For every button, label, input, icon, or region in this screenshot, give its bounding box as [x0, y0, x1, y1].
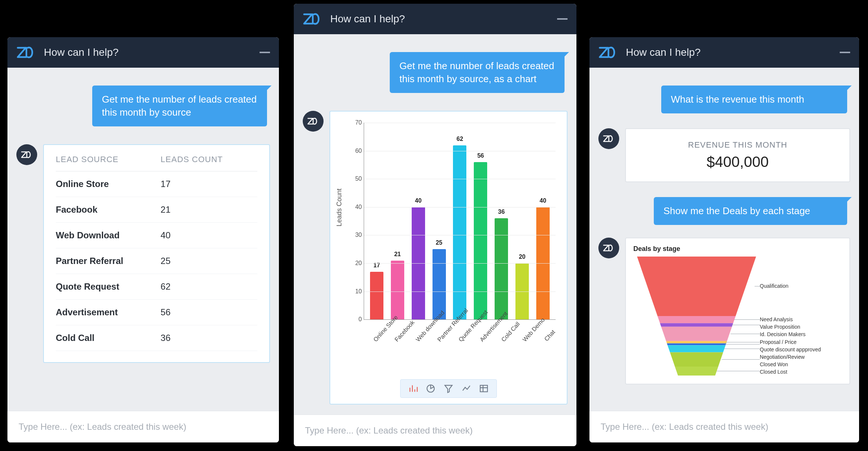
legend-item: Negotiation/Review — [760, 354, 805, 360]
cell-count: 62 — [161, 274, 257, 300]
legend-item: Closed Won — [760, 361, 788, 367]
line-chart-icon[interactable] — [460, 383, 472, 394]
bar-value: 25 — [436, 239, 443, 246]
funnel-stage — [666, 341, 727, 343]
cell-count: 25 — [161, 248, 257, 274]
chat-input[interactable] — [19, 422, 268, 432]
y-axis-label: Leads Count — [335, 189, 343, 226]
funnel-legend: QualificationNeed AnalysisValue Proposit… — [760, 257, 842, 376]
bar: 56 — [474, 162, 487, 319]
bot-response-row: Deals by stage QualificationNeed Analysi… — [598, 238, 850, 384]
funnel-stage — [667, 344, 726, 345]
chat-body: Get me the number of leads created this … — [7, 68, 279, 411]
chat-panel-revenue: How can I help? What is the revenue this… — [589, 37, 859, 442]
zia-logo-icon — [303, 11, 323, 27]
funnel-card: Deals by stage QualificationNeed Analysi… — [625, 238, 850, 384]
legend-item: Id. Decision Makers — [760, 331, 806, 337]
bot-avatar — [16, 144, 37, 165]
bot-response-row: REVENUE THIS MONTH $400,000 — [598, 128, 850, 182]
cell-source: Online Store — [56, 171, 161, 197]
bar: 25 — [433, 249, 446, 319]
chat-input-bar — [589, 411, 859, 442]
y-tick: 0 — [348, 316, 362, 323]
minimize-button[interactable] — [260, 52, 270, 53]
bar: 36 — [495, 218, 508, 319]
col-lead-source: LEAD SOURCE — [56, 155, 161, 171]
user-message: Get me the number of leads created this … — [390, 52, 565, 93]
chat-body: Get me the number of leads created this … — [294, 34, 576, 415]
cell-source: Facebook — [56, 197, 161, 223]
x-axis-labels: Online StoreFacebookWeb downloadPartner … — [364, 323, 556, 372]
bot-avatar — [598, 128, 619, 149]
pie-chart-icon[interactable] — [425, 383, 437, 394]
legend-item: Value Proposition — [760, 324, 800, 330]
table-row: Advertisement56 — [56, 300, 257, 325]
metric-value: $400,000 — [633, 154, 842, 170]
legend-item: Closed Lost — [760, 369, 787, 375]
bar-value: 40 — [415, 197, 422, 204]
table-card: LEAD SOURCE LEADS COUNT Online Store17Fa… — [43, 144, 270, 363]
cell-count: 36 — [161, 325, 257, 351]
metric-title: REVENUE THIS MONTH — [633, 140, 842, 150]
bar-value: 36 — [498, 209, 505, 215]
zia-logo-icon — [598, 45, 618, 60]
funnel-stage — [658, 316, 736, 323]
minimize-button[interactable] — [557, 18, 568, 20]
bar-value: 62 — [457, 136, 463, 142]
bar-value: 56 — [477, 152, 484, 159]
funnel-svg — [633, 257, 760, 376]
bar-chart: Leads Count 172140256256362040 010203040… — [338, 119, 559, 372]
chat-input[interactable] — [601, 422, 848, 432]
funnel-stage — [668, 345, 726, 352]
y-tick: 40 — [348, 204, 362, 210]
y-tick: 50 — [348, 175, 362, 182]
legend-item: Proposal / Price — [760, 339, 797, 345]
user-message: Get me the number of leads created this … — [92, 86, 267, 126]
y-tick: 20 — [348, 260, 362, 267]
y-tick: 30 — [348, 232, 362, 238]
bot-avatar — [303, 111, 324, 132]
funnel-chart-icon[interactable] — [443, 383, 454, 394]
chat-input-bar — [294, 415, 576, 446]
chat-body: What is the revenue this month REVENUE T… — [589, 68, 859, 411]
bar: 62 — [453, 145, 466, 320]
user-message: What is the revenue this month — [661, 86, 847, 113]
table-row: Web Download40 — [56, 223, 257, 248]
col-leads-count: LEADS COUNT — [161, 155, 257, 171]
cell-count: 17 — [161, 171, 257, 197]
table-row: Cold Call36 — [56, 325, 257, 351]
table-row: Facebook21 — [56, 197, 257, 223]
chart-card: Leads Count 172140256256362040 010203040… — [329, 111, 568, 405]
cell-count: 40 — [161, 223, 257, 248]
legend-item: Quote discount appproved — [760, 347, 821, 352]
y-tick: 60 — [348, 148, 362, 154]
cell-count: 56 — [161, 300, 257, 325]
funnel-stage — [660, 323, 733, 327]
chat-input[interactable] — [305, 425, 565, 436]
chat-title: How can I help? — [44, 46, 119, 58]
bar: 17 — [370, 272, 383, 319]
bar-value: 21 — [394, 251, 401, 258]
user-message: Show me the Deals by each stage — [654, 197, 847, 225]
y-tick: 10 — [348, 288, 362, 295]
bot-response-row: LEAD SOURCE LEADS COUNT Online Store17Fa… — [16, 144, 270, 363]
zia-avatar-icon — [307, 117, 319, 126]
bar-chart-icon[interactable] — [407, 383, 419, 394]
chart-type-toolbar — [400, 379, 497, 398]
bar: 21 — [391, 261, 404, 320]
chat-input-bar — [7, 411, 279, 442]
cell-count: 21 — [161, 197, 257, 223]
zia-logo-icon — [16, 45, 36, 60]
table-row: Quote Request62 — [56, 274, 257, 300]
chat-title: How can I help? — [626, 46, 701, 58]
cell-source: Partner Referral — [56, 248, 161, 274]
legend-item: Need Analysis — [760, 316, 793, 322]
minimize-button[interactable] — [840, 52, 850, 53]
chart-plot-area: 172140256256362040 010203040506070 — [364, 123, 556, 320]
zia-avatar-icon — [603, 134, 615, 143]
cell-source: Cold Call — [56, 325, 161, 351]
chat-titlebar: How can I help? — [7, 37, 279, 68]
chat-panel-table: How can I help? Get me the number of lea… — [7, 37, 279, 442]
table-icon[interactable] — [478, 383, 490, 394]
table-row: Partner Referral25 — [56, 248, 257, 274]
